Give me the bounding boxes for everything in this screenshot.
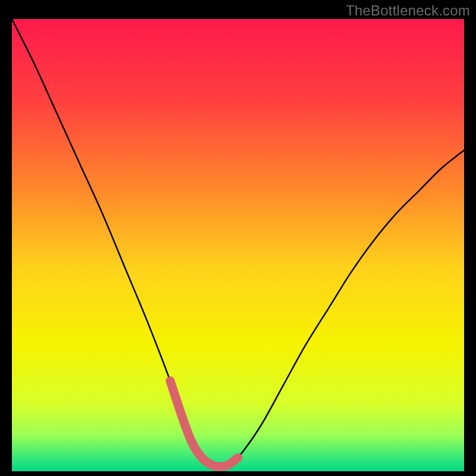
- chart-frame: TheBottleneck.com: [0, 0, 476, 476]
- chart-svg: [0, 0, 476, 476]
- chart-background: [12, 19, 464, 471]
